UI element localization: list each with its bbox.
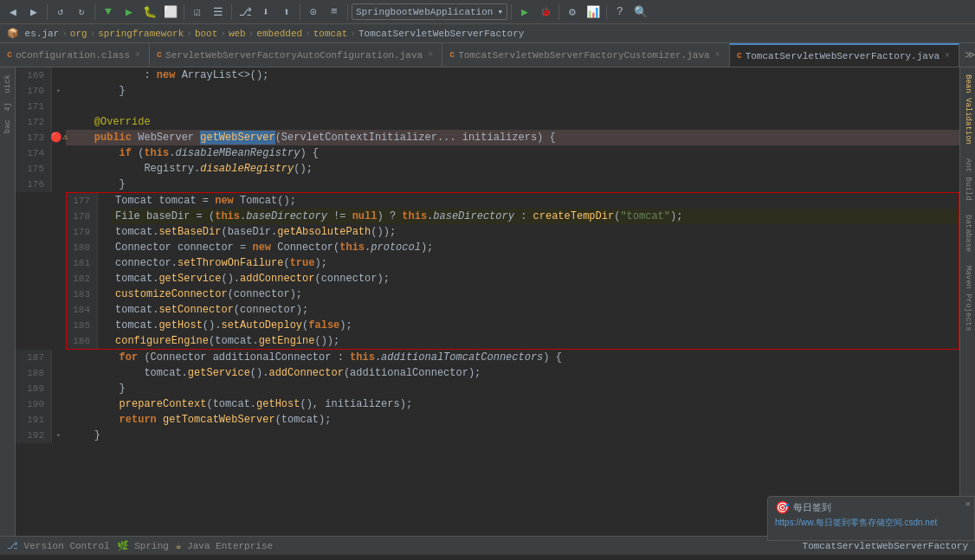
status-popup-url[interactable]: https://ww.每日签到零售存储空间.csdn.net [775, 517, 967, 529]
line-num-190: 190 [16, 396, 52, 412]
push-btn[interactable]: ⬆ [277, 3, 296, 22]
bc-boot[interactable]: boot [195, 29, 217, 39]
profile-btn[interactable]: ☰ [209, 3, 228, 22]
editor-container: uick 4j bac 169 : new ArrayList<>(); 170… [0, 68, 975, 536]
line-num-192: 192 [16, 428, 52, 443]
fold-icon-170[interactable]: ▸ [56, 83, 61, 99]
4j-label[interactable]: 4j [2, 99, 14, 115]
line-content-184: tomcat.setConnector(connector); [112, 302, 308, 318]
debug-btn[interactable]: 🐛 [140, 3, 159, 22]
debug-config-btn[interactable]: 🐞 [536, 3, 555, 22]
bc-springframework[interactable]: springframework [98, 29, 184, 39]
history-btn[interactable]: ⊙ [304, 3, 323, 22]
gutter-185 [98, 318, 112, 333]
gutter-170: ▸ [52, 83, 66, 99]
stop-btn[interactable]: ⬜ [161, 3, 180, 22]
line-content-174: if (this.disableMBeanRegistry) { [66, 145, 319, 161]
left-sidebar: uick 4j bac [0, 68, 16, 536]
code-line-189: 189 } [16, 381, 959, 396]
sep2 [94, 4, 95, 20]
tab-icon: c [449, 50, 455, 60]
line-num-177: 177 [67, 193, 98, 209]
vc-icon: ⎇ [7, 541, 18, 551]
tab-close[interactable]: × [943, 51, 952, 61]
tab-overflow[interactable]: ≫ [959, 43, 975, 67]
status-popup-title: 每日签到 [793, 501, 831, 514]
line-num-180: 180 [67, 240, 98, 255]
breadcrumb: 📦 es.jar › org › springframework › boot … [0, 24, 975, 43]
line-content-176: } [66, 177, 126, 192]
bean-validation-label[interactable]: Bean Validation [962, 71, 974, 148]
tab-close[interactable]: × [133, 50, 142, 60]
line-content-192: } [66, 428, 100, 443]
tab-tomcatfactory[interactable]: c TomcatServletWebServerFactory.java × [730, 43, 959, 67]
sep5 [300, 4, 300, 20]
stats-btn[interactable]: 📊 [584, 3, 603, 22]
build-btn[interactable]: ▼ [99, 3, 118, 22]
line-num-187: 187 [16, 350, 52, 365]
tab-close[interactable]: × [713, 50, 722, 60]
run-config-btn[interactable]: ▶ [515, 3, 534, 22]
code-popup: 177 Tomcat tomcat = new Tomcat(); 178 Fi… [66, 192, 959, 350]
project-selector[interactable]: SpringbootWebApplication ▾ [352, 3, 507, 20]
sep: › [249, 29, 255, 39]
version-control-item[interactable]: ⎇ Version Control [7, 540, 110, 551]
vcs-btn[interactable]: ⎇ [236, 3, 255, 22]
run-btn[interactable]: ▶ [119, 3, 139, 22]
revert-btn[interactable]: ↺ [51, 3, 70, 22]
coverage-btn[interactable]: ☑ [188, 3, 207, 22]
code-line-173: 173 🔴 ⚠ public WebServer getWebServer(Se… [16, 130, 959, 145]
bc-embedded[interactable]: embedded [256, 29, 302, 39]
bc-class[interactable]: TomcatServletWebServerFactory [358, 29, 524, 39]
line-num-178: 178 [67, 209, 98, 224]
update-btn[interactable]: ⬇ [256, 3, 275, 22]
line-content-180: Connector connector = new Connector(this… [112, 240, 433, 255]
bac-label[interactable]: bac [2, 116, 14, 137]
spring-item[interactable]: 🌿 Spring [117, 540, 169, 551]
toolbar: ◀ ▶ ↺ ↻ ▼ ▶ 🐛 ⬜ ☑ ☰ ⎇ ⬇ ⬆ ⊙ ≡ Springboot… [0, 0, 975, 24]
line-content-169: : new ArrayList<>(); [66, 68, 268, 83]
forward-btn[interactable]: ▶ [24, 3, 43, 22]
line-num-170: 170 [16, 83, 52, 99]
code-editor[interactable]: 169 : new ArrayList<>(); 170 ▸ } 171 [16, 68, 959, 536]
tab-servletwebserver[interactable]: c ServletWebServerFactoryAutoConfigurati… [150, 43, 442, 67]
line-num-176: 176 [16, 177, 52, 192]
breakpoint-173[interactable]: 🔴 [50, 130, 62, 145]
sep: › [350, 29, 356, 39]
code-line-182: 182 tomcat.getService().addConnector(con… [67, 271, 959, 286]
gutter-171 [52, 99, 66, 114]
code-line-174: 174 if (this.disableMBeanRegistry) { [16, 145, 959, 161]
line-content-182: tomcat.getService().addConnector(connect… [112, 271, 390, 286]
forward2-btn[interactable]: ↻ [72, 3, 91, 22]
status-popup-close[interactable]: × [965, 499, 971, 510]
tasks-btn[interactable]: ⚙ [563, 3, 582, 22]
code-line-176: 176 } [16, 177, 959, 192]
bc-jar[interactable]: 📦 es.jar [7, 28, 59, 39]
tab-oconfiguration[interactable]: c oConfiguration.class × [0, 43, 150, 67]
back-btn[interactable]: ◀ [3, 3, 23, 22]
help-btn[interactable]: ? [610, 3, 630, 22]
database-label[interactable]: Database [962, 211, 974, 255]
bc-web[interactable]: web [229, 29, 246, 39]
line-content-178: File baseDir = (this.baseDirectory != nu… [112, 209, 682, 224]
java-enterprise-item[interactable]: ☕ Java Enterprise [176, 540, 273, 551]
status-popup-title-row: 🎯 每日签到 [775, 500, 967, 515]
line-num-179: 179 [67, 224, 98, 240]
line-content-189: } [66, 381, 126, 396]
fold-icon-192[interactable]: ▸ [56, 428, 61, 443]
sep4 [231, 4, 232, 20]
tab-close[interactable]: × [426, 50, 435, 60]
find-btn[interactable]: 🔍 [631, 3, 650, 22]
quick-label[interactable]: uick [2, 71, 14, 97]
code-line-175: 175 Registry.disableRegistry(); [16, 161, 959, 177]
tab-tomcatcustomizer[interactable]: c TomcatServletWebServerFactoryCustomize… [442, 43, 729, 67]
ant-build-label[interactable]: Ant Build [962, 155, 974, 204]
code-line-181: 181 connector.setThrowOnFailure(true); [67, 255, 959, 271]
maven-label[interactable]: Maven Projects [962, 262, 974, 335]
line-num-183: 183 [67, 286, 98, 302]
annotate-btn[interactable]: ≡ [325, 3, 344, 22]
bc-tomcat[interactable]: tomcat [313, 29, 348, 39]
code-line-190: 190 prepareContext(tomcat.getHost(), ini… [16, 396, 959, 412]
line-content-190: prepareContext(tomcat.getHost(), initial… [66, 396, 412, 412]
bc-org[interactable]: org [70, 29, 87, 39]
